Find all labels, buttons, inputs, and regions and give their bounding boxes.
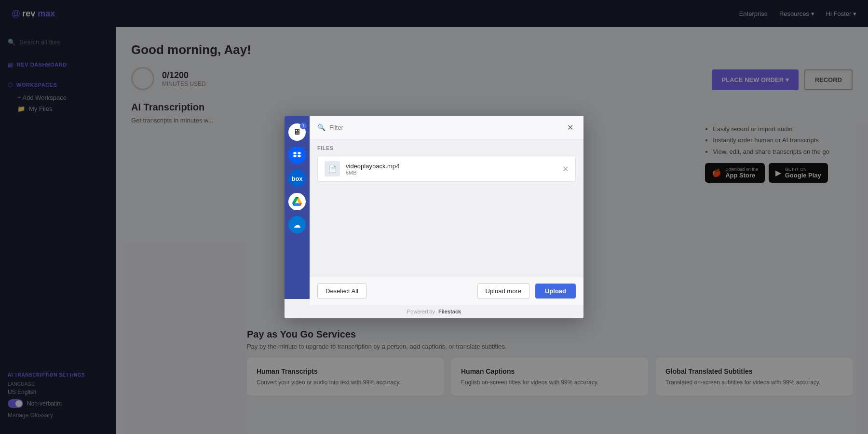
box-icon: box [291, 175, 302, 182]
modal-search-area: 🔍 [317, 123, 560, 131]
cloud-icon: ☁ [293, 220, 301, 230]
file-type-icon: 📄 [325, 161, 340, 176]
file-count-badge: 1 [300, 122, 307, 129]
file-size: 6MB [346, 170, 556, 176]
file-remove-button[interactable]: ✕ [562, 164, 569, 174]
source-box[interactable]: box [288, 170, 306, 187]
powered-by-text: Powered by [407, 309, 435, 314]
source-google-drive[interactable] [288, 193, 306, 210]
upload-button[interactable]: Upload [535, 284, 576, 298]
computer-icon: 🖥 [293, 128, 301, 136]
upload-modal: 🖥 1 box [285, 116, 583, 318]
file-name: videoplayback.mp4 [346, 163, 556, 170]
modal-filter-input[interactable] [329, 124, 560, 131]
upload-more-button[interactable]: Upload more [477, 283, 529, 299]
google-drive-icon [292, 197, 302, 206]
file-item: 📄 videoplayback.mp4 6MB ✕ [317, 156, 576, 182]
files-section-label: FILES [317, 145, 576, 151]
modal-header: 🔍 ✕ [310, 116, 583, 139]
modal-close-button[interactable]: ✕ [564, 122, 576, 133]
deselect-all-button[interactable]: Deselect All [317, 283, 366, 299]
modal-files-area: FILES 📄 videoplayback.mp4 6MB ✕ [310, 139, 583, 277]
source-local[interactable]: 🖥 1 [288, 123, 306, 141]
document-icon: 📄 [328, 165, 337, 173]
source-dropbox[interactable] [288, 147, 306, 164]
modal-search-icon: 🔍 [317, 123, 326, 131]
powered-by-footer: Powered by Filestack [285, 305, 583, 318]
file-info: videoplayback.mp4 6MB [346, 163, 556, 176]
source-onedrive[interactable]: ☁ [288, 216, 306, 233]
modal-content-area: 🔍 ✕ FILES 📄 videoplayback.mp4 6MB [310, 116, 583, 305]
dropbox-icon [293, 151, 301, 160]
powered-by-name: Filestack [438, 309, 461, 314]
modal-footer: Deselect All Upload more Upload [310, 277, 583, 305]
modal-source-sidebar: 🖥 1 box [285, 116, 310, 299]
modal-overlay[interactable]: 🖥 1 box [0, 0, 868, 434]
